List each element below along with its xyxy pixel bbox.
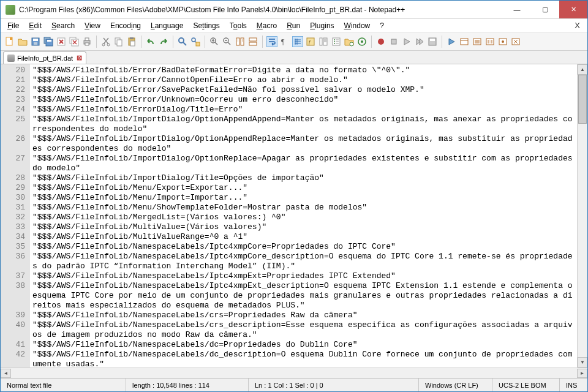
svg-text:¶: ¶ xyxy=(281,37,285,46)
zoom-in-icon[interactable] xyxy=(209,36,220,47)
menu-language[interactable]: Language xyxy=(146,20,187,31)
svg-rect-28 xyxy=(249,38,257,41)
extra-2-icon[interactable] xyxy=(459,36,470,47)
macro-save-icon[interactable] xyxy=(427,36,438,47)
svg-point-36 xyxy=(334,39,335,40)
extra-5-icon[interactable] xyxy=(497,36,508,47)
horizontal-scrollbar[interactable]: ◄ ► xyxy=(1,368,587,378)
svg-point-41 xyxy=(361,40,363,43)
status-eol[interactable]: Windows (CR LF) xyxy=(419,379,492,391)
menu-view[interactable]: View xyxy=(80,20,105,31)
new-file-icon[interactable] xyxy=(4,36,15,47)
svg-rect-7 xyxy=(47,40,51,42)
svg-text:ƒ: ƒ xyxy=(308,39,311,45)
menu-settings[interactable]: Settings xyxy=(189,20,224,31)
menubar: File Edit Search View Encoding Language … xyxy=(1,19,587,32)
svg-point-38 xyxy=(334,43,335,44)
macro-play-multi-icon[interactable] xyxy=(414,36,425,47)
menu-run[interactable]: Run xyxy=(282,20,304,31)
status-length: length : 10,548 lines : 114 xyxy=(126,379,249,391)
menu-edit[interactable]: Edit xyxy=(24,20,46,31)
svg-rect-45 xyxy=(430,39,435,41)
close-button[interactable]: ✕ xyxy=(559,1,587,18)
save-icon[interactable] xyxy=(30,36,41,47)
window-controls: — ▢ ✕ xyxy=(503,1,587,18)
menu-file[interactable]: File xyxy=(3,20,23,31)
scroll-down-button[interactable]: ▼ xyxy=(578,357,587,368)
paste-icon[interactable] xyxy=(126,36,137,47)
editor-area: 2021222324252627282930313233343536373839… xyxy=(1,64,587,378)
macro-stop-icon[interactable] xyxy=(388,36,399,47)
macro-play-icon[interactable] xyxy=(401,36,412,47)
find-icon[interactable] xyxy=(177,36,188,47)
sync-v-icon[interactable] xyxy=(235,36,246,47)
svg-rect-26 xyxy=(236,38,239,45)
extra-4-icon[interactable] xyxy=(484,36,496,47)
show-chars-icon[interactable]: ¶ xyxy=(279,36,290,47)
window-title: C:\Program Files (x86)\Common Files\Adob… xyxy=(19,6,503,14)
undo-icon[interactable] xyxy=(145,36,156,47)
status-encoding[interactable]: UCS-2 LE BOM xyxy=(492,379,560,391)
menu-x-button[interactable]: X xyxy=(570,20,585,31)
menu-help[interactable]: ? xyxy=(375,20,388,31)
svg-point-42 xyxy=(378,39,384,45)
redo-icon[interactable] xyxy=(158,36,169,47)
status-filetype: Normal text file xyxy=(1,379,126,391)
indent-guide-icon[interactable] xyxy=(292,36,303,47)
save-all-icon[interactable] xyxy=(43,36,54,47)
file-icon xyxy=(7,55,15,62)
doc-map-icon[interactable] xyxy=(318,36,329,47)
maximize-button[interactable]: ▢ xyxy=(531,1,559,18)
svg-point-50 xyxy=(502,40,504,43)
svg-rect-43 xyxy=(391,39,396,44)
tab-close-icon[interactable]: ⊠ xyxy=(77,54,82,62)
line-number-gutter: 2021222324252627282930313233343536373839… xyxy=(1,64,30,368)
print-icon[interactable] xyxy=(81,36,92,47)
tab-label: FileInfo_pt_BR.dat xyxy=(17,55,73,62)
svg-rect-33 xyxy=(320,38,322,45)
close-file-icon[interactable] xyxy=(56,36,67,47)
minimize-button[interactable]: — xyxy=(503,1,531,18)
zoom-out-icon[interactable] xyxy=(222,36,233,47)
close-all-icon[interactable] xyxy=(69,36,80,47)
svg-rect-19 xyxy=(130,37,134,39)
menu-window[interactable]: Window xyxy=(340,20,375,31)
menu-plugins[interactable]: Plugins xyxy=(306,20,338,31)
scroll-right-button[interactable]: ► xyxy=(577,369,587,378)
menu-tools[interactable]: Tools xyxy=(225,20,251,31)
folder-workspace-icon[interactable] xyxy=(344,36,355,47)
app-icon xyxy=(6,5,15,15)
menu-macro[interactable]: Macro xyxy=(252,20,281,31)
scroll-up-button[interactable]: ▲ xyxy=(578,64,587,75)
extra-6-icon[interactable] xyxy=(510,36,521,47)
statusbar: Normal text file length : 10,548 lines :… xyxy=(1,378,587,391)
monitor-icon[interactable] xyxy=(356,36,368,47)
titlebar: C:\Program Files (x86)\Common Files\Adob… xyxy=(1,1,587,19)
svg-rect-23 xyxy=(196,42,200,46)
svg-rect-20 xyxy=(130,41,135,46)
document-tab[interactable]: FileInfo_pt_BR.dat ⊠ xyxy=(3,51,86,64)
word-wrap-icon[interactable] xyxy=(266,36,277,47)
cut-icon[interactable] xyxy=(100,36,111,47)
vertical-scrollbar[interactable]: ▲ ▼ xyxy=(577,64,587,368)
macro-record-icon[interactable] xyxy=(375,36,386,47)
svg-rect-12 xyxy=(85,38,89,40)
sync-h-icon[interactable] xyxy=(247,36,258,47)
replace-icon[interactable] xyxy=(190,36,201,47)
svg-rect-29 xyxy=(249,42,257,45)
extra-3-icon[interactable] xyxy=(472,36,483,47)
user-lang-icon[interactable]: ƒ xyxy=(305,36,316,47)
extra-1-icon[interactable] xyxy=(446,36,457,47)
scroll-thumb[interactable] xyxy=(578,75,587,124)
status-insert-mode[interactable]: INS xyxy=(560,379,587,391)
func-list-icon[interactable] xyxy=(331,36,342,47)
open-file-icon[interactable] xyxy=(17,36,28,47)
code-editor[interactable]: "$$$/AWS/FileInfoLib/Error/BadDateFormat… xyxy=(30,64,577,368)
svg-rect-13 xyxy=(85,43,89,45)
menu-search[interactable]: Search xyxy=(47,20,79,31)
scroll-left-button[interactable]: ◄ xyxy=(1,369,11,378)
tabbar: FileInfo_pt_BR.dat ⊠ xyxy=(1,51,587,64)
svg-rect-3 xyxy=(33,39,38,41)
menu-encoding[interactable]: Encoding xyxy=(106,20,145,31)
copy-icon[interactable] xyxy=(113,36,124,47)
